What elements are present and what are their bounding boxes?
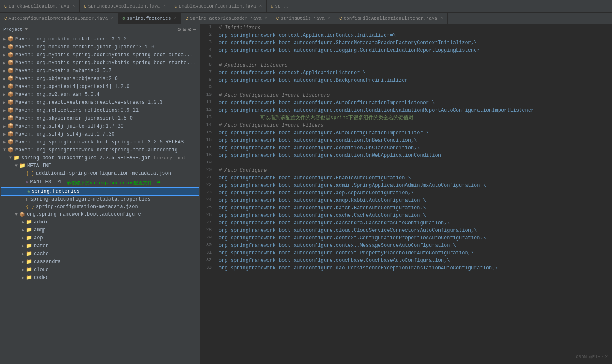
code-line-23: 23 org.springframework.boot.autoconfigur… bbox=[200, 189, 612, 197]
sidebar-icons: ⚙ ⊟ ⚙ — bbox=[177, 26, 196, 33]
dropdown-icon[interactable]: ▼ bbox=[25, 27, 28, 32]
close-sidebar-icon[interactable]: — bbox=[193, 26, 196, 33]
line-content: # Initializers bbox=[219, 24, 612, 32]
maven-icon: 📦 bbox=[8, 139, 14, 145]
arrow-icon: ▶ bbox=[2, 100, 8, 105]
line-number: 25 bbox=[200, 204, 215, 210]
tab-springfactories[interactable]: ⚙ spring.factories × bbox=[118, 13, 181, 24]
gear-icon[interactable]: ⚙ bbox=[188, 26, 191, 33]
tree-item-slf4j-api[interactable]: ▶ 📦 Maven: org.slf4j:slf4j-api:1.7.30 bbox=[0, 130, 200, 138]
tree-item-codec[interactable]: ▶ 📁 codec bbox=[0, 274, 200, 281]
tree-item-opentest4j[interactable]: ▶ 📦 Maven: org.opentest4j:opentest4j:1.2… bbox=[0, 83, 200, 90]
code-line-15: 15 org.springframework.boot.autoconfigur… bbox=[200, 129, 612, 137]
close-icon[interactable]: × bbox=[163, 4, 166, 8]
maven-icon: 📦 bbox=[8, 44, 14, 50]
tab-springfactoriesloader[interactable]: C SpringFactoriesLoader.java × bbox=[181, 13, 272, 24]
close-icon[interactable]: × bbox=[111, 16, 113, 20]
item-label: codec bbox=[34, 275, 49, 281]
collapse-icon[interactable]: ⊟ bbox=[183, 26, 186, 33]
maven-icon: 📦 bbox=[8, 91, 14, 98]
tree-item-reactivestreams[interactable]: ▶ 📦 Maven: org.reactivestreams:reactive-… bbox=[0, 98, 200, 106]
tree-item-aop[interactable]: ▶ 📁 aop bbox=[0, 234, 200, 242]
line-number: 11 bbox=[200, 99, 215, 105]
tree-item-amqp[interactable]: ▶ 📁 amqp bbox=[0, 226, 200, 234]
code-line-7: 7 org.springframework.context.Applicatio… bbox=[200, 69, 612, 77]
tree-item-additional-json[interactable]: { } additional-spring-configuration-meta… bbox=[0, 170, 200, 177]
line-content: org.springframework.boot.autoconfigure.c… bbox=[219, 242, 612, 249]
tree-item-reflections[interactable]: ▶ 📦 Maven: org.reflections:reflections:0… bbox=[0, 106, 200, 114]
folder-icon: 📁 bbox=[26, 266, 32, 273]
code-line-6: 6 # Application Listeners bbox=[200, 62, 612, 69]
line-number: 9 bbox=[200, 84, 215, 90]
close-icon[interactable]: × bbox=[265, 16, 267, 20]
tree-item-autoconfigure-props[interactable]: P spring-autoconfigure-metadata.properti… bbox=[0, 196, 200, 203]
tree-item-mockito-core[interactable]: ▶ 📦 Maven: org.mockito:mockito-core:3.1.… bbox=[0, 35, 200, 43]
tree-item-admin[interactable]: ▶ 📁 admin bbox=[0, 218, 200, 226]
tree-item-mockito-junit[interactable]: ▶ 📦 Maven: org.mockito:mockito-junit-jup… bbox=[0, 43, 200, 51]
tree-item-ow2asm[interactable]: ▶ 📦 Maven: org.ow2.asm:asm:5.0.4 bbox=[0, 90, 200, 98]
tree-item-manifest[interactable]: M MANIFEST.MF 该依赖下的spring.factories配置文件 … bbox=[0, 177, 200, 187]
tab-configfile[interactable]: C ConfigFileApplicationListener.java × bbox=[335, 13, 448, 24]
tree-item-jsonassert[interactable]: ▶ 📦 Maven: org.skyscreamer:jsonassert:1.… bbox=[0, 114, 200, 122]
close-icon[interactable]: × bbox=[174, 16, 177, 20]
arrow-annotation-icon: ➡ bbox=[157, 179, 161, 186]
item-label: Maven: org.slf4j:jul-to-slf4j:1.7.30 bbox=[15, 123, 123, 129]
arrow-icon: ▶ bbox=[2, 37, 8, 42]
code-line-10: 10 # Auto Configuration Import Listeners bbox=[200, 92, 612, 99]
tree-item-objenesis[interactable]: ▶ 📦 Maven: org.objenesis:objenesis:2.6 bbox=[0, 75, 200, 83]
arrow-icon: ▶ bbox=[2, 45, 8, 50]
close-icon[interactable]: × bbox=[441, 16, 443, 20]
item-label: Maven: org.objenesis:objenesis:2.6 bbox=[15, 76, 118, 82]
prop-icon: P bbox=[26, 197, 29, 202]
code-editor[interactable]: 1 # Initializers 2 org.springframework.c… bbox=[200, 24, 612, 364]
tree-item-pkg-autoconfigure[interactable]: ▼ 📦 org.springframework.boot.autoconfigu… bbox=[0, 211, 200, 218]
arrow-icon: ▶ bbox=[2, 60, 8, 65]
line-number: 20 bbox=[200, 167, 215, 172]
line-number: 30 bbox=[200, 242, 215, 247]
tree-item-jul2slf4j[interactable]: ▶ 📦 Maven: org.slf4j:jul-to-slf4j:1.7.30 bbox=[0, 122, 200, 130]
close-icon[interactable]: × bbox=[259, 4, 262, 8]
tree-item-cassandra[interactable]: ▶ 📁 cassandra bbox=[0, 258, 200, 266]
code-line-18: 18 org.springframework.boot.autoconfigur… bbox=[200, 152, 612, 159]
line-number: 17 bbox=[200, 144, 215, 150]
annotation-sidebar: 该依赖下的spring.factories配置文件 bbox=[67, 181, 152, 186]
tree-item-cache[interactable]: ▶ 📁 cache bbox=[0, 250, 200, 258]
tree-item-jar[interactable]: ▼ 📁 spring-boot-autoconfigure-2.2.5.RELE… bbox=[0, 154, 200, 162]
code-line-13: 13 可以看到该配置文件的内容也是spring下很多组件的类全名的键值对 bbox=[200, 114, 612, 122]
item-label: Maven: org.mockito:mockito-junit-jupiter… bbox=[15, 44, 154, 50]
line-number: 5 bbox=[200, 54, 215, 60]
tab-extra[interactable]: C sp... bbox=[267, 0, 294, 12]
tree-item-spring-config-json[interactable]: { } spring-configuration-metadata.json bbox=[0, 203, 200, 211]
code-line-24: 24 org.springframework.boot.autoconfigur… bbox=[200, 197, 612, 204]
settings-icon[interactable]: ⚙ bbox=[177, 26, 181, 33]
line-content: # Auto Configuration Import Listeners bbox=[219, 92, 612, 99]
tree-item-mybatis[interactable]: ▶ 📦 Maven: org.mybatis:mybatis:3.5.7 bbox=[0, 67, 200, 75]
tab-enableauto[interactable]: C EnableAutoConfiguration.java × bbox=[170, 0, 266, 12]
tree-item-springboot[interactable]: ▶ 📦 Maven: org.springframework.boot:spri… bbox=[0, 138, 200, 146]
maven-icon: 📦 bbox=[8, 36, 14, 42]
tree-item-spring-factories[interactable]: ⚙ spring.factories bbox=[1, 187, 199, 196]
tree-item-metainf[interactable]: ▼ 📁 META-INF bbox=[0, 162, 200, 170]
code-line-16: 16 org.springframework.boot.autoconfigur… bbox=[200, 137, 612, 144]
tree-item-cloud[interactable]: ▶ 📁 cloud bbox=[0, 266, 200, 274]
tree-item-springboot-autoconfig[interactable]: ▼ 📦 Maven: org.springframework.boot:spri… bbox=[0, 146, 200, 154]
tab-springbootapp[interactable]: C SpringBootApplication.java × bbox=[80, 0, 170, 12]
code-line-3: 3 org.springframework.boot.autoconfigure… bbox=[200, 39, 612, 47]
tree-item-mybatis-autoc[interactable]: ▶ 📦 Maven: org.mybatis.spring.boot:mybat… bbox=[0, 51, 200, 59]
code-line-2: 2 org.springframework.context.Applicatio… bbox=[200, 32, 612, 39]
tab-autoconfigloader[interactable]: C AutoConfigurationMetadataLoader.java × bbox=[0, 13, 118, 24]
close-icon[interactable]: × bbox=[73, 4, 75, 8]
tree-item-batch[interactable]: ▶ 📁 batch bbox=[0, 242, 200, 250]
tree-item-mybatis-starte[interactable]: ▶ 📦 Maven: org.mybatis.spring.boot:mybat… bbox=[0, 59, 200, 67]
close-icon[interactable]: × bbox=[328, 16, 330, 20]
item-label: Maven: org.reactivestreams:reactive-stre… bbox=[15, 100, 163, 105]
arrow-icon: ▶ bbox=[20, 259, 26, 264]
tab-stringutils[interactable]: C StringUtils.java × bbox=[272, 13, 335, 24]
arrow-icon: ▶ bbox=[2, 53, 8, 58]
arrow-icon: ▶ bbox=[2, 140, 8, 145]
line-number: 28 bbox=[200, 227, 215, 232]
tab-eureka[interactable]: C EurekaApplication.java × bbox=[0, 0, 80, 12]
line-content: org.springframework.boot.autoconfigure.c… bbox=[219, 137, 612, 144]
line-content: org.springframework.boot.autoconfigure.c… bbox=[219, 144, 612, 152]
arrow-icon: ▶ bbox=[2, 108, 8, 113]
